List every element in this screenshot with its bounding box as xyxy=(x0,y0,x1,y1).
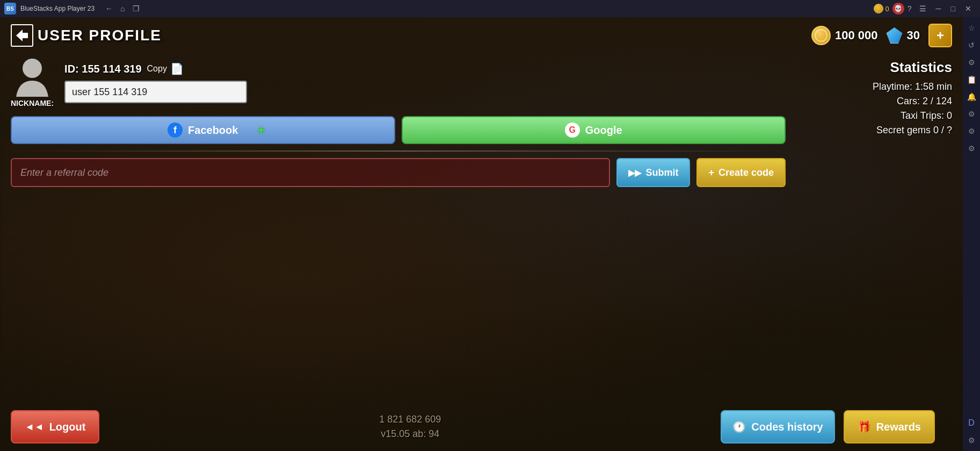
bottom-bar: ◄◄ Logout 1 821 682 609 v15.05 ab: 94 🕐 … xyxy=(0,403,946,451)
profile-left: NICKNAME: ID: 155 114 319 Copy 📄 xyxy=(11,59,786,187)
sidebar-icon-2[interactable]: ↺ xyxy=(965,39,978,52)
nav-back-button[interactable]: ← xyxy=(103,3,115,14)
submit-label: Submit xyxy=(645,167,678,178)
stat-cars: Cars: 2 / 124 xyxy=(802,96,952,107)
logout-arrow-icon: ◄◄ xyxy=(25,421,44,433)
id-row: ID: 155 114 319 Copy 📄 xyxy=(64,62,247,75)
title-bar: BS BlueStacks App Player 23 ← ⌂ ❐ 0 💀 ? … xyxy=(0,0,980,17)
version-info: 1 821 682 609 v15.05 ab: 94 xyxy=(108,412,712,441)
sidebar-icon-1[interactable]: ☆ xyxy=(965,22,978,34)
rewards-label: Rewards xyxy=(876,421,921,433)
codes-history-button[interactable]: 🕐 Codes history xyxy=(721,410,834,443)
back-arrow-icon xyxy=(11,24,33,47)
stat-secret-gems: Secret gems 0 / ? xyxy=(802,125,952,136)
profile-content: NICKNAME: ID: 155 114 319 Copy 📄 xyxy=(0,54,963,192)
coins-display: 100 000 xyxy=(811,26,878,45)
facebook-icon: f xyxy=(168,123,183,138)
titlebar-coins: 0 xyxy=(874,4,889,13)
google-button[interactable]: G Google xyxy=(402,116,786,144)
currency-bar: 100 000 30 + xyxy=(811,24,952,47)
game-area: ☆ ↺ ⚙ 📋 🔔 ⚙ ⚙ ⚙ D ⚙ USER PROFILE xyxy=(0,17,980,451)
sidebar-settings-icon[interactable]: ⚙ xyxy=(965,434,978,447)
social-section: f Facebook G Google + xyxy=(11,116,786,144)
sidebar-icon-6[interactable]: ⚙ xyxy=(965,108,978,120)
titlebar-coin-icon xyxy=(874,4,883,13)
facebook-button[interactable]: f Facebook xyxy=(11,116,395,144)
coin-icon xyxy=(811,26,831,45)
window-controls[interactable]: ☰ ─ □ ✕ xyxy=(915,3,976,14)
green-plus-indicator: + xyxy=(258,124,265,138)
profile-right: Statistics Playtime: 1:58 min Cars: 2 / … xyxy=(802,59,952,187)
divider xyxy=(11,151,786,152)
svg-point-2 xyxy=(23,59,42,78)
stat-playtime: Playtime: 1:58 min xyxy=(802,81,952,92)
facebook-label: Facebook xyxy=(188,124,238,137)
create-code-button[interactable]: + Create code xyxy=(696,158,786,187)
referral-code-input[interactable] xyxy=(11,158,610,187)
codes-history-label: Codes history xyxy=(751,421,823,433)
nav-home-button[interactable]: ⌂ xyxy=(118,3,127,14)
ui-overlay: USER PROFILE 100 000 30 + xyxy=(0,17,963,451)
nickname-input[interactable] xyxy=(64,81,247,103)
nav-controls[interactable]: ← ⌂ ❐ xyxy=(103,3,141,14)
avatar-icon xyxy=(13,56,51,99)
diamonds-display: 30 xyxy=(887,27,920,44)
statistics-title: Statistics xyxy=(802,59,952,76)
logout-button[interactable]: ◄◄ Logout xyxy=(11,410,99,443)
add-currency-button[interactable]: + xyxy=(928,24,952,47)
google-label: Google xyxy=(585,124,622,137)
avatar xyxy=(13,59,51,97)
back-button[interactable]: USER PROFILE xyxy=(11,24,162,47)
identity-row: NICKNAME: ID: 155 114 319 Copy 📄 xyxy=(11,59,786,108)
history-icon: 🕐 xyxy=(732,420,746,433)
discord-icon[interactable]: D xyxy=(965,417,978,429)
stat-taxi-trips: Taxi Trips: 0 xyxy=(802,110,952,121)
titlebar-help-button[interactable]: ? xyxy=(908,4,912,13)
svg-marker-1 xyxy=(16,30,28,41)
google-icon: G xyxy=(565,123,580,138)
hamburger-button[interactable]: ☰ xyxy=(915,3,931,14)
version-line-1: 1 821 682 609 xyxy=(108,412,712,427)
page-header: USER PROFILE 100 000 30 + xyxy=(0,17,963,54)
right-sidebar: ☆ ↺ ⚙ 📋 🔔 ⚙ ⚙ ⚙ D ⚙ xyxy=(963,17,980,451)
minimize-button[interactable]: ─ xyxy=(932,3,946,14)
diamond-icon xyxy=(887,27,903,44)
sidebar-discord-icon[interactable]: D xyxy=(965,417,978,429)
sidebar-icon-3[interactable]: ⚙ xyxy=(965,56,978,69)
submit-button[interactable]: ▶▶ Submit xyxy=(616,158,690,187)
titlebar-skull-icon: 💀 xyxy=(892,3,904,15)
diamonds-amount: 30 xyxy=(907,28,920,42)
create-code-label: Create code xyxy=(718,167,774,178)
referral-section: ▶▶ Submit + Create code xyxy=(11,158,786,187)
gift-icon: 🎁 xyxy=(858,420,871,433)
maximize-button[interactable]: □ xyxy=(947,3,960,14)
user-id: ID: 155 114 319 xyxy=(64,63,141,75)
close-button[interactable]: ✕ xyxy=(961,3,976,14)
copy-icon: 📄 xyxy=(170,62,184,75)
submit-play-icon: ▶▶ xyxy=(628,168,641,178)
nickname-label: NICKNAME: xyxy=(11,99,54,108)
create-code-plus-icon: + xyxy=(708,167,714,178)
app-logo: BS xyxy=(4,3,16,15)
sidebar-icon-4[interactable]: 📋 xyxy=(965,73,978,86)
copy-label: Copy xyxy=(147,64,167,74)
nickname-input-wrapper xyxy=(64,81,247,103)
rewards-button[interactable]: 🎁 Rewards xyxy=(844,410,935,443)
app-name: BlueStacks App Player 23 xyxy=(20,5,95,12)
statistics-panel: Statistics Playtime: 1:58 min Cars: 2 / … xyxy=(802,59,952,136)
title-bar-controls: 0 💀 ? ☰ ─ □ ✕ xyxy=(874,3,976,15)
coins-amount: 100 000 xyxy=(835,28,878,42)
social-buttons: f Facebook G Google xyxy=(11,116,786,144)
page-title: USER PROFILE xyxy=(38,27,162,44)
sidebar-icon-7[interactable]: ⚙ xyxy=(965,125,978,138)
sidebar-icon-8[interactable]: ⚙ xyxy=(965,142,978,155)
id-copy-section: ID: 155 114 319 Copy 📄 xyxy=(64,62,247,103)
titlebar-coin-count: 0 xyxy=(885,5,889,13)
logout-label: Logout xyxy=(49,421,86,433)
sidebar-icon-5[interactable]: 🔔 xyxy=(965,90,978,103)
nav-forward-button[interactable]: ❐ xyxy=(130,3,142,14)
avatar-container: NICKNAME: xyxy=(11,59,54,108)
version-line-2: v15.05 ab: 94 xyxy=(108,427,712,441)
copy-button[interactable]: Copy 📄 xyxy=(147,62,184,75)
